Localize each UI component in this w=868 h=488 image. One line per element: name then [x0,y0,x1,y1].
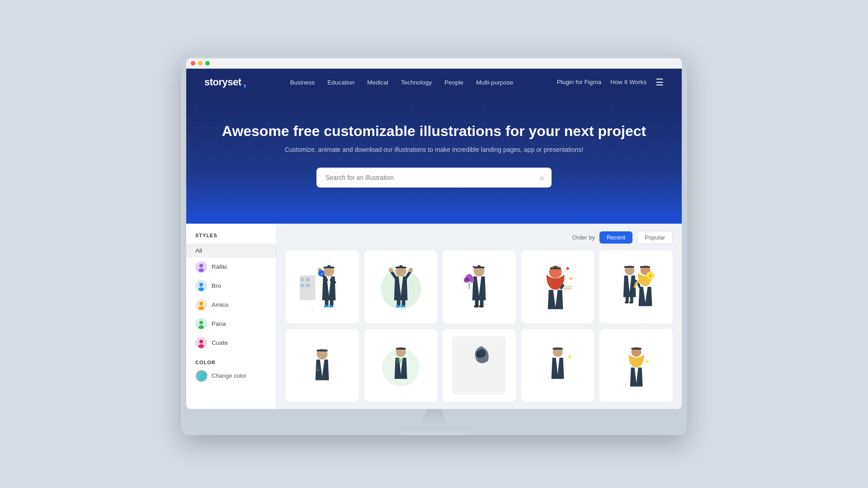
change-color-text[interactable]: Change color [212,372,246,379]
style-all[interactable]: All [186,244,276,258]
nav-links: Business Education Medical Technology Pe… [290,78,514,86]
style-rafiki[interactable]: Rafiki [186,258,276,277]
illustration-card-10[interactable]: ★ [599,329,673,402]
search-input[interactable] [316,168,552,188]
style-cuate[interactable]: Cuate [186,333,276,352]
illustration-card-8[interactable] [443,329,516,402]
svg-text:✿: ✿ [395,356,402,365]
illustration-card-4[interactable]: ✦ ★ [521,250,594,324]
svg-rect-26 [325,298,329,306]
svg-rect-67 [629,302,633,304]
monitor-stand [186,409,682,435]
style-amico-label: Amico [212,301,229,308]
window-minimize-btn[interactable] [198,61,203,66]
svg-rect-52 [474,305,479,307]
svg-point-47 [469,277,475,283]
color-swatch[interactable] [195,370,208,382]
illustrations-area: Order by Recent Popular [277,224,682,409]
svg-rect-64 [625,295,628,302]
order-recent-button[interactable]: Recent [599,231,632,244]
nav-people[interactable]: People [444,78,463,86]
style-amico[interactable]: Amico [186,296,276,314]
order-popular-button[interactable]: Popular [637,231,673,244]
svg-text:✓: ✓ [320,272,324,276]
hero-section: Awesome free customizable illustrations … [186,96,682,224]
svg-text:↓: ↓ [335,306,337,311]
svg-rect-16 [301,278,304,282]
illustration-card-9[interactable]: ★ [521,329,594,402]
style-pana[interactable]: Pana [186,314,276,333]
hero-subtitle: Customize, animate and download our illu… [204,146,664,153]
app-container: storyset, Business Education Medical Tec… [186,69,682,409]
svg-rect-27 [330,298,334,306]
svg-rect-35 [399,265,402,267]
logo-dot: , [243,76,246,89]
svg-text:★: ★ [569,276,573,281]
hamburger-menu-icon[interactable]: ☰ [656,77,664,88]
svg-rect-19 [306,284,310,287]
svg-rect-17 [306,278,310,282]
order-bar: Order by Recent Popular [286,231,673,244]
browser-chrome [186,58,682,69]
style-pana-avatar [195,318,207,330]
svg-point-1 [199,264,203,267]
svg-point-13 [199,340,203,343]
illustrations-grid: ✓ ↓ ↓ [286,250,673,402]
svg-rect-28 [324,305,329,307]
nav-multipurpose[interactable]: Multi-purpose [476,78,513,86]
illustration-card-7[interactable]: ✿ [364,329,438,402]
svg-rect-77 [396,348,406,350]
how-it-works-link[interactable]: How It Works [610,79,646,85]
svg-point-8 [198,306,204,310]
illustration-card-1[interactable]: ✓ ↓ ↓ [286,250,359,324]
svg-rect-53 [479,305,484,307]
illustration-card-2[interactable] [364,250,438,324]
svg-rect-41 [401,305,405,307]
illustration-card-5[interactable]: ★ [599,250,673,324]
illustration-card-3[interactable]: ♥ [443,250,516,324]
svg-point-2 [198,268,204,272]
svg-text:✦: ✦ [565,265,571,272]
svg-rect-51 [480,298,484,306]
nav-education[interactable]: Education [327,78,354,86]
svg-rect-66 [624,302,628,304]
illustration-card-6[interactable]: ✎ [286,329,359,402]
svg-text:↓: ↓ [311,306,313,311]
svg-point-10 [199,321,203,324]
search-bar: ⌕ [316,168,552,188]
svg-rect-73 [317,349,328,351]
logo[interactable]: storyset, [204,76,246,89]
svg-point-4 [199,283,203,286]
svg-rect-18 [301,284,304,287]
style-bro[interactable]: Bro [186,277,276,296]
svg-point-5 [198,287,204,291]
style-amico-avatar [195,299,207,311]
svg-point-7 [199,302,203,305]
stand-base [398,427,470,435]
svg-rect-40 [396,305,400,307]
nav-business[interactable]: Business [290,78,315,86]
svg-rect-22 [328,265,330,267]
svg-rect-83 [553,348,563,350]
svg-point-36 [389,268,393,272]
svg-rect-44 [478,265,481,267]
svg-rect-69 [640,266,650,268]
window-maximize-btn[interactable] [205,61,210,66]
svg-text:★: ★ [644,358,649,364]
color-section-title: COLOR [195,360,267,365]
svg-text:★: ★ [566,352,572,360]
hero-title: Awesome free customizable illustrations … [204,123,664,140]
svg-rect-86 [631,348,641,350]
nav-technology[interactable]: Technology [401,78,432,86]
svg-rect-59 [563,285,572,291]
search-icon: ⌕ [540,174,544,182]
navbar: storyset, Business Education Medical Tec… [186,69,682,96]
svg-point-37 [408,268,413,272]
plugin-figma-link[interactable]: Plugin for Figma [557,79,601,85]
styles-section-title: STYLES [186,233,276,244]
svg-rect-38 [396,298,400,306]
color-section: COLOR Change color [186,352,276,382]
window-close-btn[interactable] [191,61,195,66]
nav-medical[interactable]: Medical [367,78,388,86]
content-area: STYLES All Rafiki [186,224,682,409]
